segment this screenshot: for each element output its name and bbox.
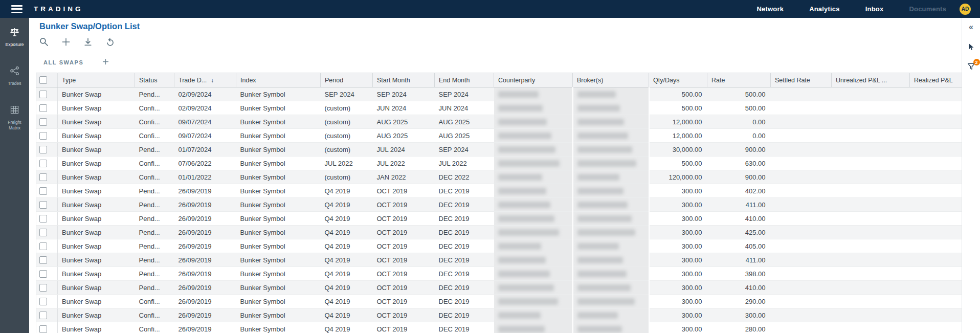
cell-trade_date: 09/07/2024 xyxy=(174,115,236,129)
row-checkbox[interactable] xyxy=(39,91,47,98)
row-checkbox[interactable] xyxy=(39,325,47,333)
nav-item-analytics[interactable]: Analytics xyxy=(809,5,840,13)
cell-index: Bunker Symbol xyxy=(236,295,321,308)
row-checkbox[interactable] xyxy=(39,298,47,305)
table-row[interactable]: Bunker SwapPend...26/09/2019Bunker Symbo… xyxy=(36,212,962,226)
table-row[interactable]: Bunker SwapPend...02/09/2024Bunker Symbo… xyxy=(36,87,962,101)
nav-item-documents[interactable]: Documents xyxy=(909,5,946,13)
sidebar-item-trades[interactable]: Trades xyxy=(0,65,29,86)
reset-button[interactable] xyxy=(104,37,116,49)
row-checkbox[interactable] xyxy=(39,118,47,126)
column-header-unrealized_pl[interactable]: Unrealized P&L ... xyxy=(832,73,910,87)
add-tab-button[interactable] xyxy=(102,58,109,68)
row-checkbox[interactable] xyxy=(39,160,47,167)
row-checkbox[interactable] xyxy=(39,312,47,319)
download-button[interactable] xyxy=(82,37,94,49)
table-row[interactable]: Bunker SwapConfi...09/07/2024Bunker Symb… xyxy=(36,115,962,129)
cell-type: Bunker Swap xyxy=(58,239,135,253)
table-row[interactable]: Bunker SwapConfi...07/06/2022Bunker Symb… xyxy=(36,157,962,170)
column-header-select[interactable] xyxy=(36,73,58,87)
column-header-period[interactable]: Period xyxy=(321,73,373,87)
table-row[interactable]: Bunker SwapPend...26/09/2019Bunker Symbo… xyxy=(36,239,962,253)
column-header-start_month[interactable]: Start Month xyxy=(373,73,435,87)
cell-start_month: OCT 2019 xyxy=(373,198,435,212)
cell-trade_date: 26/09/2019 xyxy=(174,308,236,322)
column-header-trade_date[interactable]: Trade D...↓ xyxy=(174,73,236,87)
table-row[interactable]: Bunker SwapPend...26/09/2019Bunker Symbo… xyxy=(36,253,962,267)
search-button[interactable] xyxy=(38,37,50,49)
column-label: End Month xyxy=(439,77,470,84)
tab-all-swaps[interactable]: ALL SWAPS xyxy=(43,59,83,65)
add-button[interactable] xyxy=(60,37,72,49)
cell-type: Bunker Swap xyxy=(58,295,135,308)
cell-type: Bunker Swap xyxy=(58,129,135,143)
table-row[interactable]: Bunker SwapConfi...02/09/2024Bunker Symb… xyxy=(36,101,962,115)
column-header-end_month[interactable]: End Month xyxy=(435,73,494,87)
table-row[interactable]: Bunker SwapConfi...01/01/2022Bunker Symb… xyxy=(36,170,962,184)
row-checkbox[interactable] xyxy=(39,104,47,112)
column-header-rate[interactable]: Rate xyxy=(707,73,771,87)
table-row[interactable]: Bunker SwapConfi...26/09/2019Bunker Symb… xyxy=(36,295,962,308)
row-checkbox[interactable] xyxy=(39,146,47,153)
row-checkbox[interactable] xyxy=(39,215,47,223)
select-all-checkbox[interactable] xyxy=(39,76,47,84)
cell-qty_days: 30,000.00 xyxy=(649,143,707,157)
nav-item-network[interactable]: Network xyxy=(756,5,784,13)
row-checkbox[interactable] xyxy=(39,229,47,236)
cell-select xyxy=(36,212,58,226)
row-checkbox[interactable] xyxy=(39,256,47,264)
row-checkbox[interactable] xyxy=(39,270,47,278)
collapse-panel-icon[interactable]: « xyxy=(969,23,973,31)
tab-bar: ALL SWAPS xyxy=(43,57,109,68)
cell-status: Confi... xyxy=(135,157,174,170)
column-header-realized_pl[interactable]: Realized P&L xyxy=(910,73,962,87)
cell-unrealized_pl xyxy=(832,239,910,253)
table-row[interactable]: Bunker SwapConfi...26/09/2019Bunker Symb… xyxy=(36,308,962,322)
cell-status: Pend... xyxy=(135,198,174,212)
pointer-tool-button[interactable] xyxy=(967,42,976,54)
column-header-index[interactable]: Index xyxy=(236,73,321,87)
cell-status: Pend... xyxy=(135,239,174,253)
column-header-counterparty[interactable]: Counterparty xyxy=(494,73,573,87)
nav-item-inbox[interactable]: Inbox xyxy=(865,5,884,13)
cell-start_month: AUG 2025 xyxy=(373,129,435,143)
cell-start_month: OCT 2019 xyxy=(373,322,435,333)
cell-trade_date: 26/09/2019 xyxy=(174,322,236,333)
row-checkbox[interactable] xyxy=(39,132,47,140)
header-row: TypeStatusTrade D...↓IndexPeriodStart Mo… xyxy=(36,73,962,87)
column-header-settled_rate[interactable]: Settled Rate xyxy=(771,73,832,87)
cell-counterparty xyxy=(494,129,573,143)
sidebar-item-exposure[interactable]: Exposure xyxy=(0,27,29,47)
table-row[interactable]: Bunker SwapPend...26/09/2019Bunker Symbo… xyxy=(36,198,962,212)
redacted-value xyxy=(498,243,542,250)
column-header-status[interactable]: Status xyxy=(135,73,174,87)
filter-button[interactable]: 2 xyxy=(967,62,976,73)
row-checkbox[interactable] xyxy=(39,187,47,195)
redacted-value xyxy=(498,298,559,305)
avatar[interactable]: AD xyxy=(960,4,971,15)
row-checkbox[interactable] xyxy=(39,201,47,209)
row-checkbox[interactable] xyxy=(39,242,47,250)
column-header-brokers[interactable]: Broker(s) xyxy=(573,73,649,87)
cell-unrealized_pl xyxy=(832,212,910,226)
sidebar-item-freight-matrix[interactable]: Freight Matrix xyxy=(0,104,29,130)
redacted-value xyxy=(498,284,554,291)
table-row[interactable]: Bunker SwapPend...26/09/2019Bunker Symbo… xyxy=(36,184,962,198)
cell-trade_date: 26/09/2019 xyxy=(174,267,236,281)
table-row[interactable]: Bunker SwapConfi...26/09/2019Bunker Symb… xyxy=(36,322,962,333)
column-header-qty_days[interactable]: Qty/Days xyxy=(649,73,707,87)
table-row[interactable]: Bunker SwapPend...26/09/2019Bunker Symbo… xyxy=(36,226,962,239)
table-row[interactable]: Bunker SwapPend...26/09/2019Bunker Symbo… xyxy=(36,281,962,295)
plus-icon xyxy=(61,37,71,49)
table-row[interactable]: Bunker SwapConfi...09/07/2024Bunker Symb… xyxy=(36,129,962,143)
cell-select xyxy=(36,239,58,253)
table-row[interactable]: Bunker SwapPend...01/07/2024Bunker Symbo… xyxy=(36,143,962,157)
row-checkbox[interactable] xyxy=(39,173,47,181)
cell-settled_rate xyxy=(771,253,832,267)
row-checkbox[interactable] xyxy=(39,284,47,292)
column-header-type[interactable]: Type xyxy=(58,73,135,87)
table-row[interactable]: Bunker SwapPend...26/09/2019Bunker Symbo… xyxy=(36,267,962,281)
cell-rate: 398.00 xyxy=(707,267,771,281)
cell-rate: 405.00 xyxy=(707,239,771,253)
menu-icon[interactable] xyxy=(11,5,23,13)
